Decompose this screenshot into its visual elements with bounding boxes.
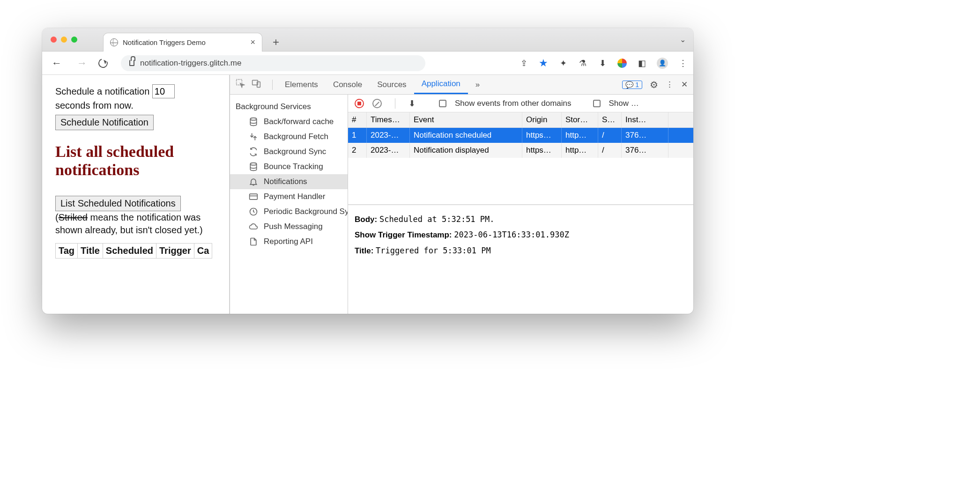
sidebar-item-push[interactable]: Push Messaging [230, 219, 348, 234]
browser-tab[interactable]: Notification Triggers Demo × [103, 33, 262, 52]
clear-button[interactable] [372, 99, 382, 108]
back-button[interactable]: ← [48, 57, 66, 69]
cell: https… [522, 128, 562, 143]
sidebar-item-bgsync[interactable]: Background Sync [230, 144, 348, 159]
svg-rect-5 [250, 194, 258, 200]
sidebar-heading: Background Services [230, 99, 348, 114]
col-s[interactable]: S… [598, 112, 622, 127]
inspect-element-icon[interactable] [236, 79, 245, 90]
col-num[interactable]: # [348, 112, 367, 127]
devtools-tab-bar: Elements Console Sources Application » 💬… [230, 75, 693, 95]
col-tag: Tag [56, 244, 78, 259]
sidebar-item-bfcache[interactable]: Back/forward cache [230, 114, 348, 129]
reload-button[interactable] [97, 57, 110, 69]
sidebar-label: Push Messaging [264, 222, 323, 231]
fetch-icon [249, 132, 258, 141]
settings-gear-icon[interactable]: ⚙ [650, 79, 658, 90]
lock-icon [129, 60, 134, 66]
tab-elements[interactable]: Elements [277, 75, 326, 94]
cell: http… [562, 128, 598, 143]
sidebar-item-notifications[interactable]: Notifications [230, 174, 348, 189]
window-controls [51, 37, 77, 43]
share-icon[interactable]: ⇪ [519, 59, 528, 68]
col-event[interactable]: Event [410, 112, 522, 127]
note-striked: Striked [59, 212, 88, 222]
svg-point-4 [250, 163, 256, 165]
sidebar-item-bgfetch[interactable]: Background Fetch [230, 129, 348, 144]
profile-avatar[interactable]: 👤 [657, 58, 668, 69]
cell: 2 [348, 143, 367, 158]
table-row[interactable]: 1 2023-… Notification scheduled https… h… [348, 128, 693, 143]
download-icon[interactable]: ⬇ [408, 98, 416, 109]
checkbox-show[interactable] [593, 100, 601, 107]
google-icon[interactable] [617, 59, 627, 68]
table-row[interactable]: 2 2023-… Notification displayed https… h… [348, 143, 693, 158]
kebab-menu-icon[interactable]: ⋮ [678, 59, 688, 68]
sidebar-label: Reporting API [264, 237, 313, 246]
seconds-input[interactable] [152, 84, 175, 98]
col-instance[interactable]: Inst… [622, 112, 668, 127]
schedule-button[interactable]: Schedule Notification [55, 115, 154, 130]
database-icon [249, 117, 258, 126]
sync-icon [249, 147, 258, 156]
sidebar-item-payment[interactable]: Payment Handler [230, 189, 348, 204]
devtools-close-icon[interactable]: ✕ [681, 80, 688, 89]
col-storage[interactable]: Stor… [562, 112, 598, 127]
col-ca: Ca [194, 244, 212, 259]
sidebar-label: Background Fetch [264, 132, 328, 141]
svg-point-3 [250, 118, 256, 120]
device-toolbar-icon[interactable] [252, 79, 261, 90]
bookmark-star-icon[interactable]: ★ [539, 59, 548, 68]
forward-button[interactable]: → [73, 57, 91, 69]
sidebar-label: Background Sync [264, 147, 326, 156]
events-table: # Times… Event Origin Stor… S… Inst… 1 2… [348, 112, 693, 205]
cell: 2023-… [367, 128, 410, 143]
minimize-window-button[interactable] [61, 37, 67, 43]
close-window-button[interactable] [51, 37, 57, 43]
tab-sources[interactable]: Sources [370, 75, 414, 94]
card-icon [249, 192, 258, 201]
issues-count: 1 [635, 81, 639, 89]
checkbox-other-domains[interactable] [439, 100, 446, 107]
address-bar[interactable]: notification-triggers.glitch.me [121, 55, 425, 71]
record-button[interactable] [355, 99, 364, 108]
sidebar-item-periodic[interactable]: Periodic Background Sync [230, 204, 348, 219]
web-page: Schedule a notification seconds from now… [42, 75, 230, 314]
close-tab-icon[interactable]: × [250, 37, 255, 47]
checkbox-label-1: Show events from other domains [455, 99, 572, 108]
cell: http… [562, 143, 598, 158]
cloud-icon [249, 222, 258, 231]
issues-badge[interactable]: 💬 1 [622, 81, 642, 89]
devtools-kebab-icon[interactable]: ⋮ [666, 80, 674, 89]
col-timestamp[interactable]: Times… [367, 112, 410, 127]
detail-body-key: Body: [355, 215, 377, 224]
sidebar-label: Notifications [264, 177, 307, 186]
sidebar-item-reporting[interactable]: Reporting API [230, 234, 348, 249]
tabs-overflow[interactable]: » [468, 75, 487, 94]
maximize-window-button[interactable] [71, 37, 77, 43]
sidebar-label: Periodic Background Sync [264, 207, 348, 216]
globe-icon [110, 38, 118, 46]
sidebar-label: Payment Handler [264, 192, 325, 201]
side-panel-icon[interactable]: ◧ [637, 59, 646, 68]
sidebar-item-bounce[interactable]: Bounce Tracking [230, 159, 348, 174]
file-icon [249, 237, 258, 246]
downloads-icon[interactable]: ⬇ [598, 59, 607, 68]
browser-toolbar: ← → notification-triggers.glitch.me ⇪ ★ … [42, 52, 693, 75]
extensions-icon[interactable]: ✦ [558, 59, 568, 68]
tab-application[interactable]: Application [414, 75, 468, 94]
tabs-dropdown-icon[interactable]: ⌄ [680, 35, 686, 44]
table-empty-space [348, 158, 693, 205]
tab-console[interactable]: Console [326, 75, 370, 94]
schedule-table: Tag Title Scheduled Trigger Ca [55, 243, 212, 259]
schedule-label-prefix: Schedule a notification [55, 86, 152, 96]
toolbar-actions: ⇪ ★ ✦ ⚗ ⬇ ◧ 👤 ⋮ [519, 58, 688, 69]
list-button[interactable]: List Scheduled Notifications [55, 196, 181, 211]
labs-icon[interactable]: ⚗ [578, 59, 587, 68]
col-origin[interactable]: Origin [522, 112, 562, 127]
new-tab-button[interactable]: + [273, 36, 279, 49]
cell: 376… [622, 128, 668, 143]
cell: 376… [622, 143, 668, 158]
content-area: Schedule a notification seconds from now… [42, 75, 693, 314]
col-title: Title [78, 244, 103, 259]
